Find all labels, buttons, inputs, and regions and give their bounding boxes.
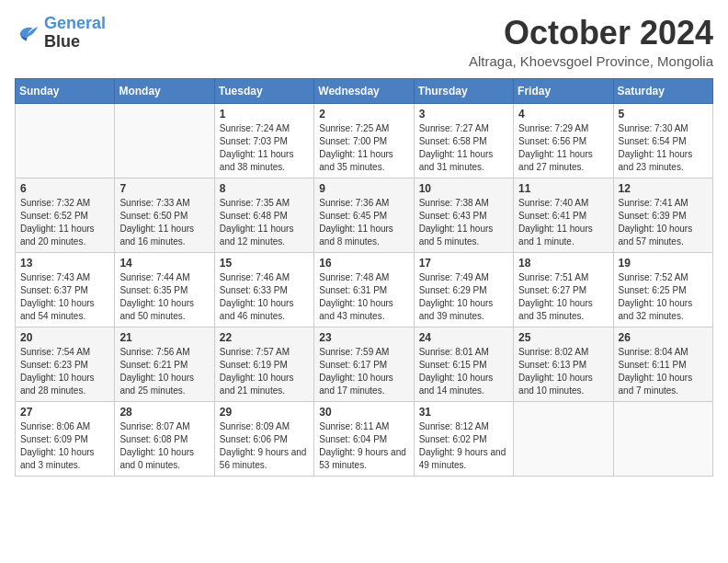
calendar-cell: 20Sunrise: 7:54 AMSunset: 6:23 PMDayligh… xyxy=(16,327,115,401)
weekday-header: Saturday xyxy=(613,78,712,103)
day-number: 7 xyxy=(119,182,209,195)
day-number: 24 xyxy=(419,331,508,344)
calendar-cell: 31Sunrise: 8:12 AMSunset: 6:02 PMDayligh… xyxy=(414,401,513,476)
day-number: 12 xyxy=(619,182,708,195)
calendar-cell: 17Sunrise: 7:49 AMSunset: 6:29 PMDayligh… xyxy=(414,252,513,327)
calendar-cell: 16Sunrise: 7:48 AMSunset: 6:31 PMDayligh… xyxy=(314,252,414,327)
day-info: Sunrise: 7:25 AMSunset: 7:00 PMDaylight:… xyxy=(319,122,408,174)
day-info: Sunrise: 7:41 AMSunset: 6:39 PMDaylight:… xyxy=(619,197,708,248)
day-info: Sunrise: 8:02 AMSunset: 6:13 PMDaylight:… xyxy=(518,346,608,397)
day-info: Sunrise: 8:12 AMSunset: 6:02 PMDaylight:… xyxy=(419,420,508,472)
calendar-cell xyxy=(16,103,115,178)
day-number: 23 xyxy=(319,331,408,344)
calendar-cell: 5Sunrise: 7:30 AMSunset: 6:54 PMDaylight… xyxy=(613,103,712,178)
calendar-cell: 29Sunrise: 8:09 AMSunset: 6:06 PMDayligh… xyxy=(214,401,313,476)
day-info: Sunrise: 7:43 AMSunset: 6:37 PMDaylight:… xyxy=(20,271,109,323)
calendar-cell: 23Sunrise: 7:59 AMSunset: 6:17 PMDayligh… xyxy=(314,327,414,401)
calendar-cell: 27Sunrise: 8:06 AMSunset: 6:09 PMDayligh… xyxy=(16,401,115,476)
day-info: Sunrise: 7:36 AMSunset: 6:45 PMDaylight:… xyxy=(319,197,408,248)
logo-icon xyxy=(15,20,40,46)
day-number: 17 xyxy=(419,257,508,270)
calendar-cell: 1Sunrise: 7:24 AMSunset: 7:03 PMDaylight… xyxy=(214,103,313,178)
calendar-cell: 9Sunrise: 7:36 AMSunset: 6:45 PMDaylight… xyxy=(314,178,414,252)
day-number: 11 xyxy=(518,182,608,195)
weekday-header: Sunday xyxy=(16,78,115,103)
calendar-cell: 25Sunrise: 8:02 AMSunset: 6:13 PMDayligh… xyxy=(514,327,613,401)
day-number: 21 xyxy=(119,331,209,344)
day-info: Sunrise: 7:52 AMSunset: 6:25 PMDaylight:… xyxy=(619,271,708,323)
calendar-cell xyxy=(115,103,214,178)
calendar-cell: 8Sunrise: 7:35 AMSunset: 6:48 PMDaylight… xyxy=(214,178,313,252)
weekday-header: Tuesday xyxy=(214,78,313,103)
calendar-cell: 30Sunrise: 8:11 AMSunset: 6:04 PMDayligh… xyxy=(314,401,414,476)
calendar-cell: 6Sunrise: 7:32 AMSunset: 6:52 PMDaylight… xyxy=(16,178,115,252)
calendar-cell: 4Sunrise: 7:29 AMSunset: 6:56 PMDaylight… xyxy=(514,103,613,178)
day-info: Sunrise: 7:24 AMSunset: 7:03 PMDaylight:… xyxy=(220,122,309,174)
day-number: 4 xyxy=(518,108,608,121)
calendar-cell: 2Sunrise: 7:25 AMSunset: 7:00 PMDaylight… xyxy=(314,103,414,178)
calendar-table: SundayMondayTuesdayWednesdayThursdayFrid… xyxy=(15,78,713,477)
day-number: 9 xyxy=(319,182,408,195)
day-number: 27 xyxy=(20,406,109,419)
day-info: Sunrise: 8:01 AMSunset: 6:15 PMDaylight:… xyxy=(419,346,508,397)
day-number: 8 xyxy=(220,182,309,195)
day-info: Sunrise: 7:57 AMSunset: 6:19 PMDaylight:… xyxy=(220,346,309,397)
day-number: 29 xyxy=(220,406,309,419)
calendar-cell xyxy=(514,401,613,476)
day-number: 6 xyxy=(20,182,109,195)
weekday-header: Monday xyxy=(115,78,214,103)
weekday-header: Thursday xyxy=(414,78,513,103)
day-info: Sunrise: 7:32 AMSunset: 6:52 PMDaylight:… xyxy=(20,197,109,248)
calendar-cell: 21Sunrise: 7:56 AMSunset: 6:21 PMDayligh… xyxy=(115,327,214,401)
day-number: 26 xyxy=(619,331,708,344)
day-info: Sunrise: 7:30 AMSunset: 6:54 PMDaylight:… xyxy=(619,122,708,174)
logo-text: GeneralBlue xyxy=(44,15,106,52)
day-number: 20 xyxy=(20,331,109,344)
day-info: Sunrise: 8:09 AMSunset: 6:06 PMDaylight:… xyxy=(220,420,309,472)
calendar-week-row: 13Sunrise: 7:43 AMSunset: 6:37 PMDayligh… xyxy=(16,252,713,327)
day-info: Sunrise: 7:44 AMSunset: 6:35 PMDaylight:… xyxy=(119,271,209,323)
day-info: Sunrise: 7:35 AMSunset: 6:48 PMDaylight:… xyxy=(220,197,309,248)
day-info: Sunrise: 8:06 AMSunset: 6:09 PMDaylight:… xyxy=(20,420,109,472)
day-info: Sunrise: 7:40 AMSunset: 6:41 PMDaylight:… xyxy=(518,197,608,248)
day-number: 28 xyxy=(119,406,209,419)
page-header: GeneralBlue October 2024 Altraga, Khoevs… xyxy=(15,15,713,69)
calendar-week-row: 6Sunrise: 7:32 AMSunset: 6:52 PMDaylight… xyxy=(16,178,713,252)
day-number: 10 xyxy=(419,182,508,195)
calendar-week-row: 20Sunrise: 7:54 AMSunset: 6:23 PMDayligh… xyxy=(16,327,713,401)
day-info: Sunrise: 8:04 AMSunset: 6:11 PMDaylight:… xyxy=(619,346,708,397)
day-number: 13 xyxy=(20,257,109,270)
calendar-cell: 13Sunrise: 7:43 AMSunset: 6:37 PMDayligh… xyxy=(16,252,115,327)
day-info: Sunrise: 7:48 AMSunset: 6:31 PMDaylight:… xyxy=(319,271,408,323)
day-info: Sunrise: 7:29 AMSunset: 6:56 PMDaylight:… xyxy=(518,122,608,174)
day-info: Sunrise: 8:11 AMSunset: 6:04 PMDaylight:… xyxy=(319,420,408,472)
day-info: Sunrise: 7:33 AMSunset: 6:50 PMDaylight:… xyxy=(119,197,209,248)
calendar-cell: 24Sunrise: 8:01 AMSunset: 6:15 PMDayligh… xyxy=(414,327,513,401)
weekday-header: Friday xyxy=(514,78,613,103)
calendar-cell: 15Sunrise: 7:46 AMSunset: 6:33 PMDayligh… xyxy=(214,252,313,327)
calendar-title-block: October 2024 Altraga, Khoevsgoel Provinc… xyxy=(469,15,713,69)
calendar-cell xyxy=(613,401,712,476)
day-number: 19 xyxy=(619,257,708,270)
calendar-cell: 26Sunrise: 8:04 AMSunset: 6:11 PMDayligh… xyxy=(613,327,712,401)
calendar-cell: 19Sunrise: 7:52 AMSunset: 6:25 PMDayligh… xyxy=(613,252,712,327)
day-number: 31 xyxy=(419,406,508,419)
day-info: Sunrise: 7:46 AMSunset: 6:33 PMDaylight:… xyxy=(220,271,309,323)
day-number: 2 xyxy=(319,108,408,121)
day-info: Sunrise: 7:27 AMSunset: 6:58 PMDaylight:… xyxy=(419,122,508,174)
day-info: Sunrise: 8:07 AMSunset: 6:08 PMDaylight:… xyxy=(119,420,209,472)
calendar-cell: 22Sunrise: 7:57 AMSunset: 6:19 PMDayligh… xyxy=(214,327,313,401)
day-number: 1 xyxy=(220,108,309,121)
day-info: Sunrise: 7:56 AMSunset: 6:21 PMDaylight:… xyxy=(119,346,209,397)
weekday-header-row: SundayMondayTuesdayWednesdayThursdayFrid… xyxy=(16,78,713,103)
day-number: 22 xyxy=(220,331,309,344)
day-number: 30 xyxy=(319,406,408,419)
location-title: Altraga, Khoevsgoel Province, Mongolia xyxy=(469,53,713,69)
calendar-cell: 18Sunrise: 7:51 AMSunset: 6:27 PMDayligh… xyxy=(514,252,613,327)
month-title: October 2024 xyxy=(469,15,713,52)
day-number: 18 xyxy=(518,257,608,270)
calendar-cell: 12Sunrise: 7:41 AMSunset: 6:39 PMDayligh… xyxy=(613,178,712,252)
day-info: Sunrise: 7:51 AMSunset: 6:27 PMDaylight:… xyxy=(518,271,608,323)
logo: GeneralBlue xyxy=(15,15,106,52)
day-number: 15 xyxy=(220,257,309,270)
